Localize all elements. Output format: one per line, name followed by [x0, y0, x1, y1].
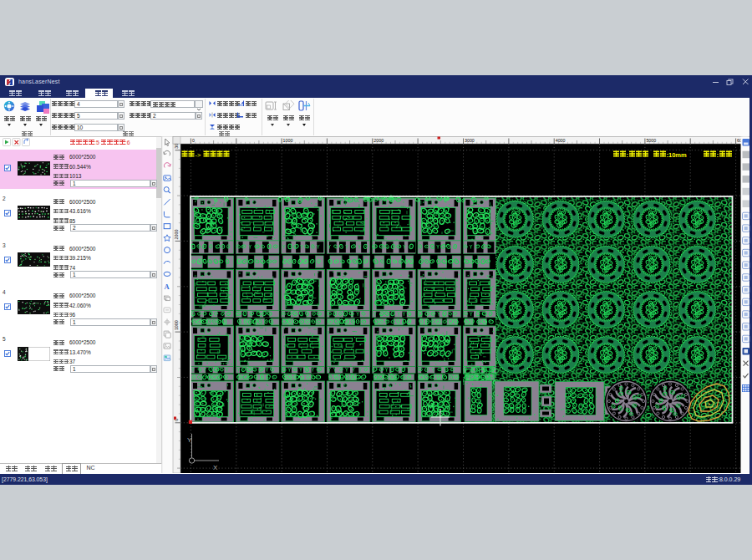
svg-text:5000: 5000: [646, 138, 656, 143]
svg-text:A: A: [165, 283, 170, 291]
svg-text::10mm: :10mm: [667, 151, 688, 159]
svg-text:0: 0: [192, 138, 195, 143]
svg-text:3000: 3000: [465, 138, 475, 143]
svg-text::: :: [717, 151, 719, 159]
svg-text:X: X: [213, 464, 218, 471]
svg-text:->: ->: [196, 151, 201, 159]
svg-text:2000: 2000: [175, 230, 180, 240]
svg-text:1000: 1000: [283, 138, 293, 143]
svg-text:1000: 1000: [175, 320, 180, 330]
svg-text:2000: 2000: [373, 138, 384, 143]
svg-text:Y: Y: [187, 436, 192, 444]
svg-text:4000: 4000: [556, 138, 566, 143]
svg-text::: :: [627, 151, 629, 159]
